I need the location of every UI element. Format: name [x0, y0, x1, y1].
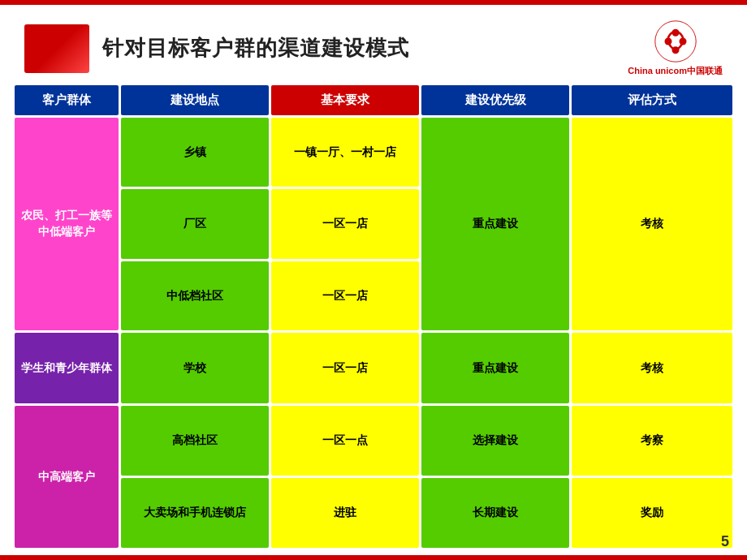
main-table: 客户群体 建设地点 基本要求 建设优先级 评估方式 农民、打工一族等中低端客户: [0, 85, 747, 555]
cell-priority-section2: 重点建设: [421, 333, 569, 403]
cell-xuexiao: 学校: [121, 333, 269, 403]
cell-eval-section1: 考核: [572, 118, 732, 330]
cell-daimaichang: 大卖场和手机连锁店: [121, 478, 269, 548]
table-row: 大卖场和手机连锁店 进驻 长期建设 奖励: [121, 478, 732, 548]
logo-area: China unicom中国联通: [628, 19, 723, 77]
cell-eval-section2: 考核: [572, 333, 732, 403]
col-header-evaluation: 评估方式: [572, 85, 732, 115]
cell-priority-daimaichang: 长期建设: [421, 478, 569, 548]
cell-req-jinzhu: 进驻: [271, 478, 419, 548]
section-low-end-rows: 乡镇 一镇一厅、一村一店 厂区 一区一店: [121, 118, 419, 330]
cell-req-xuexiao: 一区一店: [271, 333, 419, 403]
section-low-end: 农民、打工一族等中低端客户 乡镇 一镇一厅、一村一店: [15, 118, 732, 330]
bottom-red-bar: [0, 555, 747, 560]
table-header-row: 客户群体 建设地点 基本要求 建设优先级 评估方式: [15, 85, 732, 115]
page-title: 针对目标客户群的渠道建设模式: [102, 34, 409, 62]
cell-changqu: 厂区: [121, 189, 269, 258]
col-header-priority: 建设优先级: [421, 85, 569, 115]
header: 针对目标客户群的渠道建设模式 China unicom中: [0, 5, 747, 85]
cell-req-gaodang: 一区一点: [271, 406, 419, 476]
cell-xiangzhen: 乡镇: [121, 118, 269, 187]
col-header-location: 建设地点: [121, 85, 269, 115]
table-row: 高档社区 一区一点 选择建设 考察: [121, 406, 732, 476]
section-high-end: 中高端客户 高档社区 一区一点 选择建设 考察: [15, 406, 732, 548]
unicom-logo-icon: [654, 19, 697, 63]
section-label-high-end: 中高端客户: [15, 406, 119, 548]
col-header-requirements: 基本要求: [271, 85, 419, 115]
logo-text: China unicom中国联通: [628, 65, 723, 77]
cell-req-changqu: 一区一店: [271, 189, 419, 258]
table-row: 中低档社区 一区一店: [121, 261, 419, 330]
table-row: 学校 一区一店: [121, 333, 419, 403]
cell-priority-section1: 重点建设: [421, 118, 569, 330]
header-image: [24, 24, 89, 73]
cell-gaodang-shequ: 高档社区: [121, 406, 269, 476]
section-youth-rows: 学校 一区一店: [121, 333, 419, 403]
cell-req-shequ: 一区一店: [271, 261, 419, 330]
table-row: 乡镇 一镇一厅、一村一店: [121, 118, 419, 187]
cell-req-xiangzhen: 一镇一厅、一村一店: [271, 118, 419, 187]
section-label-youth: 学生和青少年群体: [15, 333, 119, 403]
cell-eval-gaodang: 考察: [572, 406, 732, 476]
page-number: 5: [721, 533, 729, 550]
section-high-end-rows: 高档社区 一区一点 选择建设 考察 大卖场和手机连锁店: [121, 406, 732, 548]
section-label-low-end: 农民、打工一族等中低端客户: [15, 118, 119, 330]
cell-eval-daimaichang: 奖励: [572, 478, 732, 548]
table-row: 厂区 一区一店: [121, 189, 419, 258]
section-youth: 学生和青少年群体 学校 一区一店 重点建设 考核: [15, 333, 732, 403]
col-header-customers: 客户群体: [15, 85, 119, 115]
cell-shequ: 中低档社区: [121, 261, 269, 330]
cell-priority-gaodang: 选择建设: [421, 406, 569, 476]
slide: 针对目标客户群的渠道建设模式 China unicom中: [0, 0, 747, 560]
svg-point-0: [654, 21, 695, 62]
